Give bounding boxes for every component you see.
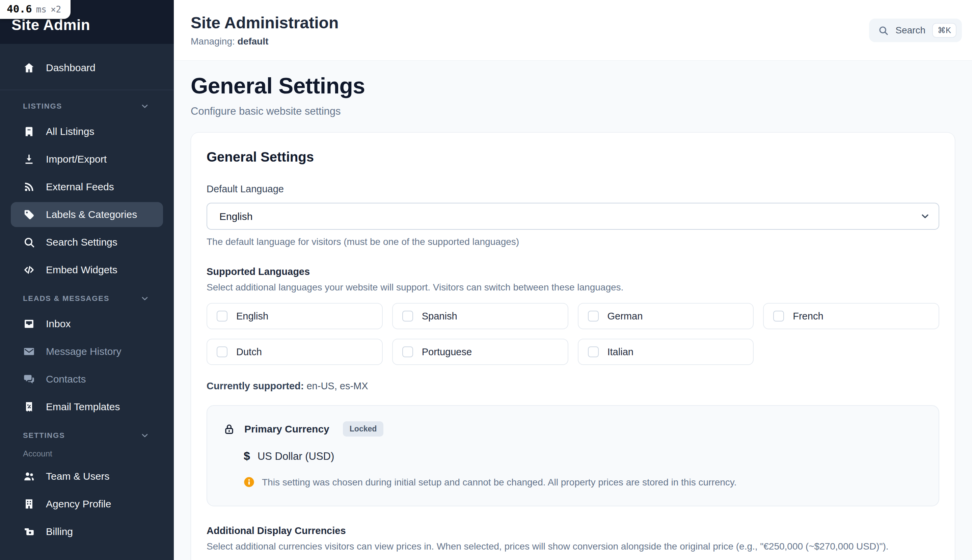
search-icon: [23, 236, 35, 248]
info-icon: [244, 477, 254, 487]
mail-icon: [23, 345, 35, 358]
currently-supported-label: Currently supported:: [207, 380, 304, 391]
perf-value: 40.6: [7, 3, 32, 15]
sidebar-item-label: Dashboard: [46, 62, 95, 73]
sidebar-item-dashboard[interactable]: Dashboard: [11, 55, 163, 80]
ticket-percent-icon: [23, 401, 35, 413]
option-label: English: [236, 311, 268, 322]
checkbox-unchecked[interactable]: [588, 311, 599, 322]
sidebar-nav: Dashboard LISTINGS All Listings Import/E…: [0, 44, 174, 553]
sidebar-item-embed-widgets[interactable]: Embed Widgets: [11, 257, 163, 282]
building-listings-icon: [23, 125, 35, 138]
sidebar-item-labels-categories[interactable]: Labels & Categories: [11, 202, 163, 227]
rss-icon: [23, 181, 35, 193]
chevron-down-icon: [140, 294, 150, 303]
tag-icon: [23, 208, 35, 221]
search-icon: [878, 25, 888, 36]
default-language-label: Default Language: [207, 183, 939, 195]
section-label: SETTINGS: [23, 431, 65, 440]
option-label: Italian: [608, 347, 633, 358]
sidebar-item-contacts[interactable]: Contacts: [11, 367, 163, 392]
default-language-select[interactable]: English: [207, 203, 939, 230]
primary-currency-value-row: $ US Dollar (USD): [244, 449, 923, 463]
sidebar-item-team-users[interactable]: Team & Users: [11, 464, 163, 489]
sidebar-divider: [0, 90, 174, 90]
language-option-portuguese[interactable]: Portuguese: [392, 339, 568, 365]
managing-value: default: [237, 36, 269, 47]
sidebar-item-agency-profile[interactable]: Agency Profile: [11, 492, 163, 517]
sidebar-item-label: Agency Profile: [46, 498, 111, 510]
sidebar: Site Admin Dashboard LISTINGS All Listin…: [0, 0, 174, 560]
sidebar-section-leads[interactable]: LEADS & MESSAGES: [11, 294, 163, 303]
currently-supported-line: Currently supported: en-US, es-MX: [207, 380, 939, 392]
additional-currencies-label: Additional Display Currencies: [207, 525, 939, 537]
page-header-title: Site Administration: [191, 13, 339, 32]
option-label: Dutch: [236, 347, 262, 358]
sidebar-item-label: Inbox: [46, 318, 70, 330]
sidebar-section-listings[interactable]: LISTINGS: [11, 102, 163, 111]
default-language-select-wrap: English: [207, 203, 939, 230]
currently-supported-value: en-US, es-MX: [306, 380, 368, 391]
language-option-spanish[interactable]: Spanish: [392, 303, 568, 329]
sidebar-item-all-listings[interactable]: All Listings: [11, 119, 163, 144]
option-label: Portuguese: [422, 347, 472, 358]
managing-line: Managing: default: [191, 36, 339, 47]
checkbox-unchecked[interactable]: [402, 311, 413, 322]
sidebar-item-inbox[interactable]: Inbox: [11, 312, 163, 336]
sidebar-item-label: Message History: [46, 346, 121, 357]
supported-languages-label: Supported Languages: [207, 266, 939, 277]
users-icon: [23, 470, 35, 482]
language-option-french[interactable]: French: [763, 303, 939, 329]
sidebar-item-label: Billing: [46, 526, 73, 537]
general-settings-card: General Settings Default Language Englis…: [191, 132, 955, 560]
search-button[interactable]: Search ⌘K: [869, 18, 962, 42]
main-area: Site Administration Managing: default Se…: [174, 0, 972, 560]
managing-label: Managing:: [191, 36, 235, 47]
sidebar-item-label: Import/Export: [46, 153, 107, 165]
additional-currencies-description: Select additional currencies visitors ca…: [207, 541, 939, 552]
sidebar-item-import-export[interactable]: Import/Export: [11, 147, 163, 172]
sidebar-item-label: Search Settings: [46, 237, 117, 248]
sidebar-item-label: All Listings: [46, 126, 94, 137]
language-option-dutch[interactable]: Dutch: [207, 339, 383, 365]
sidebar-item-message-history[interactable]: Message History: [11, 339, 163, 364]
sidebar-item-billing[interactable]: Billing: [11, 519, 163, 544]
sidebar-item-search-settings[interactable]: Search Settings: [11, 230, 163, 255]
option-label: French: [793, 311, 823, 322]
sidebar-item-label: Embed Widgets: [46, 264, 117, 276]
perf-unit: ms: [36, 4, 47, 15]
primary-currency-box: Primary Currency Locked $ US Dollar (USD…: [207, 405, 939, 507]
chat-bubbles-icon: [23, 373, 35, 385]
app-title: Site Admin: [12, 17, 90, 33]
sidebar-item-label: External Feeds: [46, 181, 114, 193]
checkbox-unchecked[interactable]: [588, 347, 599, 357]
chevron-down-icon: [140, 431, 150, 440]
home-icon: [23, 62, 35, 74]
search-shortcut-kbd: ⌘K: [932, 23, 957, 38]
sidebar-item-external-feeds[interactable]: External Feeds: [11, 174, 163, 199]
checkbox-unchecked[interactable]: [402, 347, 413, 357]
checkbox-unchecked[interactable]: [217, 347, 227, 357]
default-language-help: The default language for visitors (must …: [207, 237, 939, 247]
perf-times: ×2: [51, 4, 61, 15]
section-label: LISTINGS: [23, 102, 62, 111]
topbar: Site Administration Managing: default Se…: [174, 0, 972, 61]
checkbox-unchecked[interactable]: [773, 311, 784, 322]
sidebar-item-label: Email Templates: [46, 401, 120, 413]
option-label: Spanish: [422, 311, 457, 322]
sidebar-section-settings[interactable]: SETTINGS: [11, 431, 163, 440]
supported-languages-grid: English Spanish German French Dutch: [207, 303, 939, 365]
performance-overlay-badge: 40.6 ms ×2: [0, 0, 70, 19]
language-option-italian[interactable]: Italian: [578, 339, 754, 365]
sidebar-item-label: Contacts: [46, 373, 86, 385]
inbox-icon: [23, 318, 35, 330]
building-icon: [23, 498, 35, 510]
lock-icon: [223, 423, 235, 435]
sidebar-sublabel-account: Account: [11, 449, 163, 458]
sidebar-item-email-templates[interactable]: Email Templates: [11, 394, 163, 419]
language-option-english[interactable]: English: [207, 303, 383, 329]
checkbox-unchecked[interactable]: [217, 311, 227, 322]
page-title: General Settings: [191, 73, 955, 98]
language-option-german[interactable]: German: [578, 303, 754, 329]
primary-currency-header: Primary Currency Locked: [223, 422, 923, 437]
